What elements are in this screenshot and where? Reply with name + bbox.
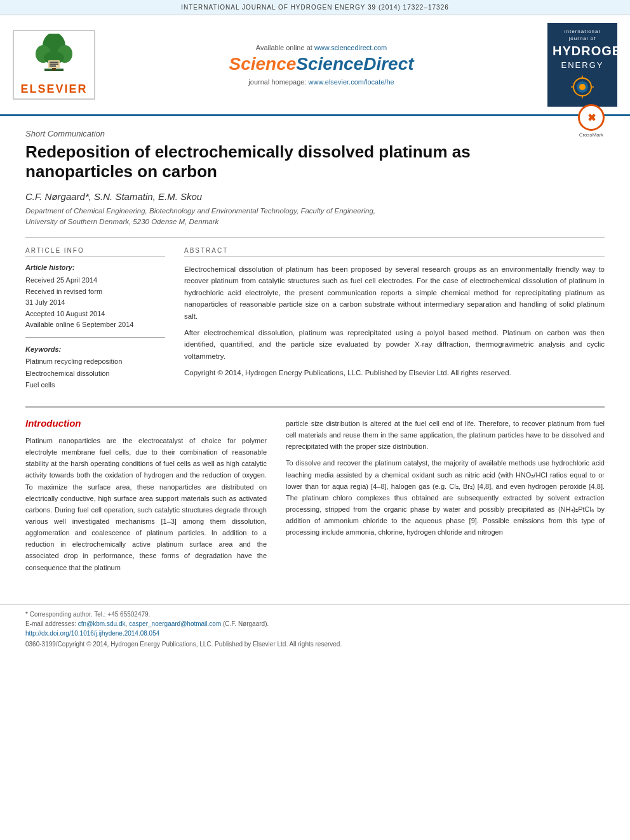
journal-logo-energy: ENERGY	[553, 60, 612, 71]
available-online-date: Available online 6 September 2014	[25, 319, 165, 331]
intro-col-left: Introduction Platinum nanoparticles are …	[25, 418, 267, 578]
svg-rect-9	[50, 65, 56, 67]
article-type-label: Short Communication	[25, 129, 605, 138]
svg-point-12	[579, 84, 586, 90]
journal-logo-graphic	[570, 74, 595, 100]
sciencedirect-url[interactable]: www.sciencedirect.com	[314, 44, 387, 51]
journal-logo-line1: international	[553, 28, 612, 35]
intro-title: Introduction	[25, 418, 267, 429]
abstract-text: Electrochemical dissolution of platinum …	[184, 263, 605, 379]
crossmark: ✖ CrossMark	[578, 104, 605, 138]
journal-header: ELSEVIER Available online at www.science…	[0, 15, 630, 116]
journal-logo-h: HYDROGEN	[553, 42, 612, 60]
journal-homepage: journal homepage: www.elsevier.com/locat…	[108, 78, 535, 86]
intro-body-left: Platinum nanoparticles are the electroca…	[25, 435, 267, 573]
keyword-3: Fuel cells	[25, 379, 165, 391]
crossmark-icon: ✖	[578, 104, 605, 131]
footer: * Corresponding author. Tel.: +45 655024…	[0, 604, 630, 654]
abstract-header: ABSTRACT	[184, 247, 605, 257]
divider-2	[25, 337, 165, 338]
received-date: Received 25 April 2014	[25, 275, 165, 286]
keyword-1: Platinum recycling redeposition	[25, 356, 165, 368]
two-col-section: ARTICLE INFO Article history: Received 2…	[25, 247, 605, 391]
article-info-col: ARTICLE INFO Article history: Received 2…	[25, 247, 165, 391]
elsevier-brand: ELSEVIER	[17, 83, 91, 96]
keywords-label: Keywords:	[25, 345, 165, 353]
svg-rect-8	[50, 63, 58, 65]
svg-rect-7	[50, 62, 58, 63]
history-label: Article history:	[25, 263, 165, 271]
available-online-text: Available online at www.sciencedirect.co…	[108, 44, 535, 51]
received-revised-date: 31 July 2014	[25, 297, 165, 309]
introduction-section: Introduction Platinum nanoparticles are …	[25, 406, 605, 578]
received-revised-label: Received in revised form	[25, 286, 165, 298]
center-header: Available online at www.sciencedirect.co…	[108, 44, 535, 86]
journal-logo-right: international journal of HYDROGEN ENERGY	[547, 23, 617, 107]
sciencedirect-brand: ScienceScienceDirect	[108, 54, 535, 74]
main-content: Short Communication Redeposition of elec…	[0, 116, 630, 591]
authors: C.F. Nørgaard*, S.N. Stamatin, E.M. Skou	[25, 191, 605, 202]
email-link-1[interactable]: cfn@kbm.sdu.dk	[78, 620, 126, 627]
article-title: Redeposition of electrochemically dissol…	[25, 142, 521, 182]
journal-homepage-link[interactable]: www.elsevier.com/locate/he	[309, 78, 394, 86]
top-bar: INTERNATIONAL JOURNAL OF HYDROGEN ENERGY…	[0, 0, 630, 15]
elsevier-logo: ELSEVIER	[13, 30, 95, 100]
email-note: E-mail addresses: cfn@kbm.sdu.dk, casper…	[25, 620, 605, 627]
accepted-date: Accepted 10 August 2014	[25, 309, 165, 320]
journal-citation: INTERNATIONAL JOURNAL OF HYDROGEN ENERGY…	[181, 4, 449, 11]
elsevier-tree-icon	[25, 34, 83, 78]
journal-logo-line2: journal of	[553, 35, 612, 42]
doi-link: http://dx.doi.org/10.1016/j.ijhydene.201…	[25, 630, 605, 637]
divider-1	[25, 237, 605, 238]
intro-col-right: particle size distribution is altered at…	[286, 418, 605, 578]
article-info-header: ARTICLE INFO	[25, 247, 165, 257]
affiliation: Department of Chemical Engineering, Biot…	[25, 206, 605, 228]
keyword-2: Electrochemical dissolution	[25, 368, 165, 380]
email-link-2[interactable]: casper_noergaard@hotmail.com	[129, 620, 221, 627]
corresponding-author-note: * Corresponding author. Tel.: +45 655024…	[25, 611, 605, 618]
doi-anchor[interactable]: http://dx.doi.org/10.1016/j.ijhydene.201…	[25, 630, 159, 637]
intro-body-right: particle size distribution is altered at…	[286, 418, 605, 538]
abstract-col: ABSTRACT Electrochemical dissolution of …	[184, 247, 605, 391]
copyright-bar: 0360-3199/Copyright © 2014, Hydrogen Ene…	[25, 641, 605, 648]
